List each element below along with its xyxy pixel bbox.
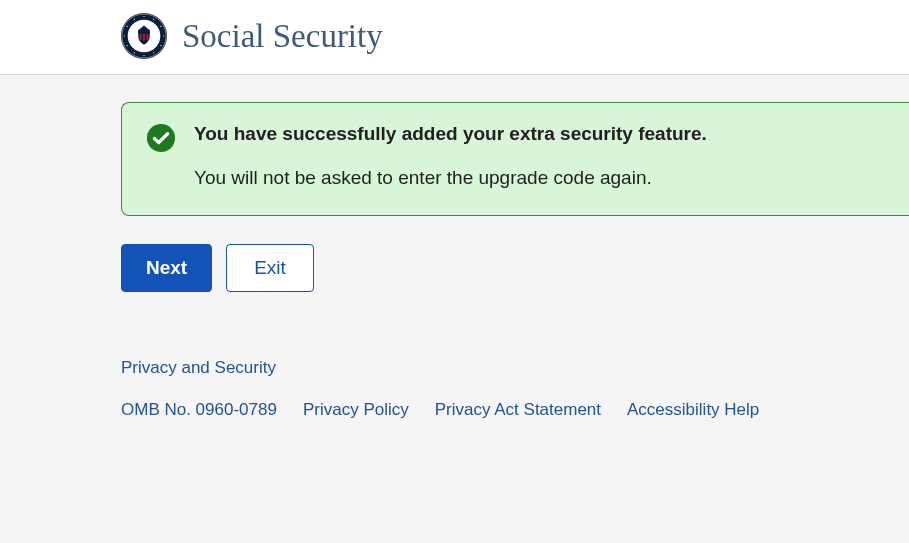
page-header: Social Security <box>0 0 909 74</box>
svg-point-13 <box>143 55 144 56</box>
privacy-act-link[interactable]: Privacy Act Statement <box>435 400 601 420</box>
svg-point-8 <box>153 19 154 20</box>
privacy-policy-link[interactable]: Privacy Policy <box>303 400 409 420</box>
svg-point-9 <box>160 26 161 27</box>
svg-point-18 <box>134 19 135 20</box>
svg-point-16 <box>124 35 125 36</box>
svg-point-12 <box>153 52 154 53</box>
success-text-block: You have successfully added your extra s… <box>194 123 887 189</box>
omb-link[interactable]: OMB No. 0960-0789 <box>121 400 277 420</box>
svg-point-17 <box>127 26 128 27</box>
svg-point-14 <box>134 52 135 53</box>
success-body: You will not be asked to enter the upgra… <box>194 167 887 189</box>
svg-rect-6 <box>138 30 150 34</box>
site-title: Social Security <box>182 18 383 55</box>
success-title: You have successfully added your extra s… <box>194 123 887 145</box>
ssa-seal-icon <box>120 12 168 60</box>
svg-point-7 <box>143 16 144 17</box>
svg-point-11 <box>160 45 161 46</box>
privacy-security-link[interactable]: Privacy and Security <box>121 358 276 377</box>
success-banner: You have successfully added your extra s… <box>121 102 909 216</box>
check-circle-icon <box>146 123 176 153</box>
svg-point-19 <box>147 124 175 152</box>
svg-point-15 <box>127 45 128 46</box>
main-content: You have successfully added your extra s… <box>0 75 909 543</box>
button-row: Next Exit <box>121 244 909 292</box>
footer-links: Privacy and Security OMB No. 0960-0789 P… <box>121 358 909 420</box>
accessibility-link[interactable]: Accessibility Help <box>627 400 759 420</box>
svg-point-10 <box>163 35 164 36</box>
exit-button[interactable]: Exit <box>226 244 314 292</box>
next-button[interactable]: Next <box>121 244 212 292</box>
